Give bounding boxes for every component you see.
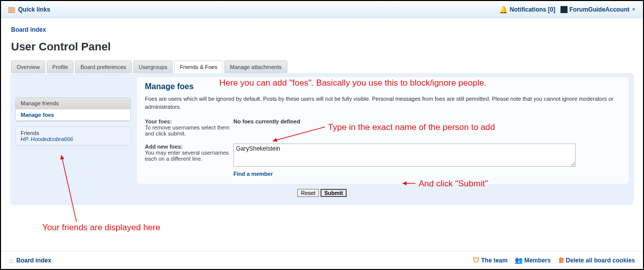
tab-usergroups[interactable]: Usergroups [133,60,173,73]
tab-overview[interactable]: Overview [11,60,45,73]
add-new-foes-help: You may enter several usernames each on … [145,150,229,162]
friends-box: Friends HP. Hoodedcobra666 [15,126,131,146]
shield-icon: 🛡 [473,256,479,264]
tab-manage-attachments[interactable]: Manage attachments [224,60,287,73]
quick-links-menu[interactable]: Quick links [8,6,50,13]
form-buttons [15,189,629,197]
top-navbar: Quick links 🔔 Notifications [0] ForumGui… [1,1,643,18]
ucp-panel: Manage friendsManage foes Friends HP. Ho… [10,73,634,205]
page-title: User Control Panel [1,35,643,60]
ucp-tabs: OverviewProfileBoard preferencesUsergrou… [1,60,643,73]
quick-links-label: Quick links [18,6,50,13]
your-foes-label: Your foes: [145,118,172,124]
section-title: Manage foes [145,82,621,91]
caret-down-icon: ▼ [631,7,636,12]
your-foes-help: To remove usernames select them and clic… [145,124,229,137]
footer-bar: ⌂ Board index 🛡The team 👥Members 🗑Delete… [1,251,643,269]
footer-delete-cookies-link[interactable]: 🗑Delete all board cookies [558,256,635,264]
username-label: ForumGuideAccount [570,6,629,13]
trash-icon: 🗑 [558,256,565,264]
footer-members-link[interactable]: 👥Members [515,256,551,264]
user-menu[interactable]: ForumGuideAccount ▼ [560,6,636,13]
footer-team-label: The team [481,257,508,264]
footer-team-link[interactable]: 🛡The team [473,256,508,264]
members-icon: 👥 [515,256,523,264]
no-foes-text: No foes currently defined [233,118,300,124]
sidebar-item-manage-friends[interactable]: Manage friends [16,98,130,109]
notifications-link[interactable]: 🔔 Notifications [0] [499,6,555,14]
annotation-friends: Your friends are displayed here [42,223,160,233]
bell-icon: 🔔 [499,6,508,14]
friends-box-title: Friends [21,130,125,136]
sidebar-item-manage-foes[interactable]: Manage foes [16,109,130,121]
add-new-foes-label: Add new foes: [145,144,183,150]
find-member-link[interactable]: Find a member [233,171,273,177]
hamburger-icon [8,7,15,13]
add-foes-textarea[interactable] [233,144,576,167]
side-menu: Manage friendsManage foes [15,97,131,121]
home-icon: ⌂ [9,256,13,264]
tab-friends-foes[interactable]: Friends & Foes [174,60,223,73]
tab-profile[interactable]: Profile [47,60,73,73]
breadcrumb: Board index [1,18,643,35]
footer-delete-cookies-label: Delete all board cookies [566,257,635,264]
tab-board-preferences[interactable]: Board preferences [75,60,132,73]
footer-members-label: Members [524,257,551,264]
breadcrumb-board-index[interactable]: Board index [11,26,46,33]
avatar [560,6,568,13]
main-content: Manage foes Foes are users which will be… [137,77,629,184]
footer-board-index-label: Board index [16,257,51,264]
submit-button[interactable] [320,189,346,197]
reset-button[interactable] [297,189,319,197]
notifications-label: Notifications [0] [510,6,555,13]
footer-board-index[interactable]: ⌂ Board index [9,256,51,264]
section-description: Foes are users which will be ignored by … [145,95,621,111]
friend-link[interactable]: HP. Hoodedcobra666 [21,136,73,142]
